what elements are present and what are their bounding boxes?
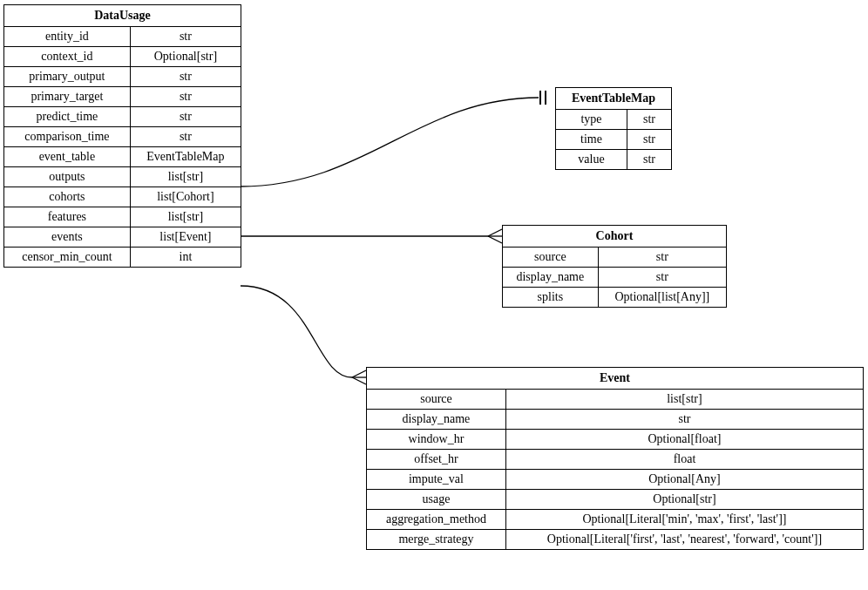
entity-title: EventTableMap <box>556 88 671 110</box>
field-row: context_idOptional[str] <box>4 47 241 67</box>
field-row: predict_timestr <box>4 107 241 127</box>
field-row: valuestr <box>556 150 671 170</box>
field-row: primary_targetstr <box>4 87 241 107</box>
entity-cohort: Cohort sourcestr display_namestr splitsO… <box>502 225 727 308</box>
field-row: sourcestr <box>503 248 726 268</box>
field-row: censor_min_countint <box>4 248 241 268</box>
entity-title: Cohort <box>503 226 726 248</box>
field-row: eventslist[Event] <box>4 227 241 248</box>
entity-fields: entity_idstr context_idOptional[str] pri… <box>4 27 241 267</box>
entity-event: Event sourcelist[str] display_namestr wi… <box>366 367 864 550</box>
field-row: display_namestr <box>503 268 726 288</box>
field-row: display_namestr <box>367 410 863 430</box>
entity-fields: typestr timestr valuestr <box>556 110 671 169</box>
field-row: typestr <box>556 110 671 130</box>
field-row: impute_valOptional[Any] <box>367 470 863 490</box>
field-row: outputslist[str] <box>4 167 241 187</box>
entity-datausage: DataUsage entity_idstr context_idOptiona… <box>3 4 241 268</box>
field-row: entity_idstr <box>4 27 241 47</box>
field-row: offset_hrfloat <box>367 450 863 470</box>
entity-eventtablemap: EventTableMap typestr timestr valuestr <box>555 87 672 170</box>
svg-line-2 <box>488 229 502 236</box>
field-row: featureslist[str] <box>4 207 241 227</box>
field-row: primary_outputstr <box>4 67 241 87</box>
entity-title: DataUsage <box>4 5 241 27</box>
svg-line-7 <box>352 377 366 384</box>
field-row: comparison_timestr <box>4 127 241 147</box>
field-row: event_tableEventTableMap <box>4 147 241 167</box>
entity-title: Event <box>367 368 863 390</box>
field-row: usageOptional[str] <box>367 490 863 510</box>
entity-fields: sourcelist[str] display_namestr window_h… <box>367 390 863 549</box>
field-row: merge_strategyOptional[Literal['first', … <box>367 530 863 550</box>
field-row: aggregation_methodOptional[Literal['min'… <box>367 510 863 530</box>
svg-line-5 <box>352 370 366 377</box>
entity-fields: sourcestr display_namestr splitsOptional… <box>503 248 726 307</box>
field-row: sourcelist[str] <box>367 390 863 410</box>
field-row: window_hrOptional[float] <box>367 430 863 450</box>
field-row: timestr <box>556 130 671 150</box>
svg-line-4 <box>488 236 502 243</box>
field-row: splitsOptional[list[Any]] <box>503 288 726 308</box>
field-row: cohortslist[Cohort] <box>4 187 241 207</box>
